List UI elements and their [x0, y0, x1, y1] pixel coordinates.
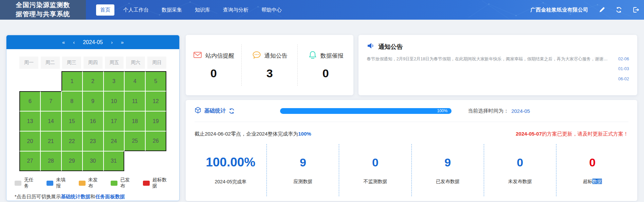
nav-item-数据采集[interactable]: 数据采集 [158, 4, 186, 16]
nav-item-知识库[interactable]: 知识库 [191, 4, 214, 16]
calendar-day-cell[interactable]: 24 [104, 131, 125, 151]
calendar-prev-month-button[interactable]: ‹ [73, 39, 75, 45]
stat-metric: 0超标数据 [556, 144, 628, 196]
nav-item-首页[interactable]: 首页 [96, 4, 114, 16]
legend-swatch [47, 181, 53, 186]
calendar-day-cell[interactable]: 9 [82, 91, 104, 111]
calendar-day-cell[interactable]: 20 [19, 131, 40, 151]
calendar-day-cell[interactable]: 28 [40, 151, 61, 171]
right-column: 站内信提醒0通知公告3数据催报0 通知公告 春节放假通知，2月9日至2月18日为… [186, 35, 637, 201]
message-summary-card: 站内信提醒0通知公告3数据催报0 [186, 35, 353, 95]
app-title: 全国污染源监测数 据管理与共享系统 [0, 0, 86, 20]
notice-board-title: 通知公告 [378, 43, 403, 51]
stat-metric: 0不监测数据 [339, 144, 411, 196]
legend-label: 已发布 [120, 177, 134, 189]
calendar-day-cell[interactable]: 10 [104, 91, 125, 111]
calendar-day-cell[interactable]: 29 [61, 151, 82, 171]
calendar-day-cell[interactable]: 1 [61, 71, 82, 91]
stat-metric: 100.00%2024-05完成率 [195, 144, 266, 196]
calendar-day-cell[interactable]: 22 [61, 131, 82, 151]
summary-item-header: 站内信提醒 [193, 50, 234, 61]
basic-stats-panel: 基础统计 100% 当前选择时间为： 2024-05 [186, 100, 637, 201]
calendar-day-cell[interactable]: 31 [104, 151, 125, 171]
summary-item-通知公告[interactable]: 通知公告3 [241, 44, 297, 86]
stat-metric-label: 不监测数据 [364, 179, 387, 185]
nav-item-个人工作台[interactable]: 个人工作台 [119, 4, 153, 16]
calendar-day-cell[interactable]: 18 [124, 111, 145, 131]
calendar-day-cell[interactable]: 12 [145, 91, 166, 111]
navbar-right: 广西金桂浆纸业有限公司 [531, 0, 644, 20]
basic-stats-data-link[interactable]: 基础统计数据 [61, 194, 90, 199]
stat-metric-label: 已发布数据 [436, 179, 460, 185]
stat-metric-value: 9 [444, 156, 451, 169]
sync-icon[interactable] [615, 6, 622, 13]
app-title-line2: 据管理与共享系统 [16, 10, 70, 19]
nav-item-帮助中心[interactable]: 帮助中心 [257, 4, 286, 16]
summary-item-站内信提醒[interactable]: 站内信提醒0 [186, 44, 241, 86]
calendar-empty-cell [124, 151, 145, 171]
calendar-prev-year-button[interactable]: « [62, 39, 65, 45]
top-cards-row: 站内信提醒0通知公告3数据催报0 通知公告 春节放假通知，2月9日至2月18日为… [186, 35, 637, 95]
calendar-day-grid: 1234567891011121314151617181920212223242… [19, 71, 166, 171]
summary-item-数据催报[interactable]: 数据催报0 [297, 44, 353, 86]
calendar-day-cell[interactable]: 27 [19, 151, 40, 171]
calendar-day-cell[interactable]: 26 [145, 131, 166, 151]
chat-icon [252, 50, 261, 61]
notice-list-item[interactable]: 01-03 [367, 66, 629, 72]
notice-list-item[interactable]: 春节放假通知，2月9日至2月18日为春节假期，在此期间祝大家新年快乐，阖家幸福，… [367, 56, 629, 62]
plan-update-date: 2024-05-07 [516, 131, 542, 137]
summary-item-header: 数据催报 [308, 50, 344, 61]
calendar-day-cell[interactable]: 13 [19, 111, 40, 131]
calendar-day-cell[interactable]: 19 [145, 111, 166, 131]
stat-metric-label: 2024-05完成率 [215, 179, 246, 185]
summary-item-value: 3 [266, 67, 273, 80]
legend-label: 超标数据 [152, 177, 171, 189]
notice-list-item[interactable]: 06-02 [367, 77, 629, 82]
logout-icon[interactable] [632, 6, 639, 13]
legend-swatch [111, 181, 117, 186]
calendar-day-cell[interactable]: 7 [40, 91, 61, 111]
deadline-text: 截止2024-06-02零点，企业2024整体完成率为100% [195, 131, 311, 137]
calendar-footnote: *点击日历可切换展示基础统计数据和任务面板数据 [15, 194, 171, 200]
company-name: 广西金桂浆纸业有限公司 [531, 7, 589, 13]
weekday-label: 周日 [147, 57, 166, 69]
notice-list: 春节放假通知，2月9日至2月18日为春节假期，在此期间祝大家新年快乐，阖家幸福，… [367, 56, 629, 82]
legend-label: 未发布 [88, 177, 103, 189]
calendar-day-cell[interactable]: 21 [40, 131, 61, 151]
calendar-day-cell[interactable]: 23 [82, 131, 104, 151]
calendar-month-label: 2024-05 [83, 39, 103, 45]
mail-icon [193, 50, 202, 61]
calendar-day-cell[interactable]: 25 [124, 131, 145, 151]
calendar-day-cell[interactable]: 5 [145, 71, 166, 91]
calendar-day-cell[interactable]: 14 [40, 111, 61, 131]
calendar-day-cell[interactable]: 2 [82, 71, 104, 91]
calendar-day-cell[interactable]: 30 [82, 151, 104, 171]
stats-header: 基础统计 100% 当前选择时间为： 2024-05 [195, 100, 628, 122]
edit-icon[interactable] [599, 6, 605, 13]
calendar-day-cell[interactable]: 6 [19, 91, 40, 111]
selected-time-value[interactable]: 2024-05 [511, 108, 530, 114]
legend-label: 未填报 [56, 177, 70, 189]
weekday-label: 周一 [19, 57, 38, 69]
task-panel-data-link[interactable]: 任务面板数据 [95, 194, 125, 199]
calendar-day-cell[interactable]: 4 [124, 71, 145, 91]
calendar-next-year-button[interactable]: » [121, 39, 124, 45]
nav-item-查询与分析[interactable]: 查询与分析 [219, 4, 253, 16]
stat-label-selected-text: 数据 [592, 179, 602, 184]
stat-metric-label: 超标数据 [583, 179, 602, 185]
summary-item-header: 通知公告 [252, 50, 288, 61]
calendar-day-cell[interactable]: 11 [124, 91, 145, 111]
notice-date: 01-03 [618, 66, 629, 71]
refresh-icon[interactable] [228, 108, 235, 114]
calendar-day-cell[interactable]: 3 [104, 71, 125, 91]
calendar-next-month-button[interactable]: › [111, 39, 113, 45]
calendar-day-cell[interactable]: 17 [104, 111, 125, 131]
progress-label: 100% [437, 108, 447, 113]
stat-metric: 0未发布数据 [484, 144, 556, 196]
calendar-day-cell[interactable]: 15 [61, 111, 82, 131]
weekday-label: 周二 [41, 57, 60, 69]
cube-icon [195, 107, 201, 115]
calendar-day-cell[interactable]: 16 [82, 111, 104, 131]
weekday-label: 周四 [84, 57, 103, 69]
calendar-day-cell[interactable]: 8 [61, 91, 82, 111]
